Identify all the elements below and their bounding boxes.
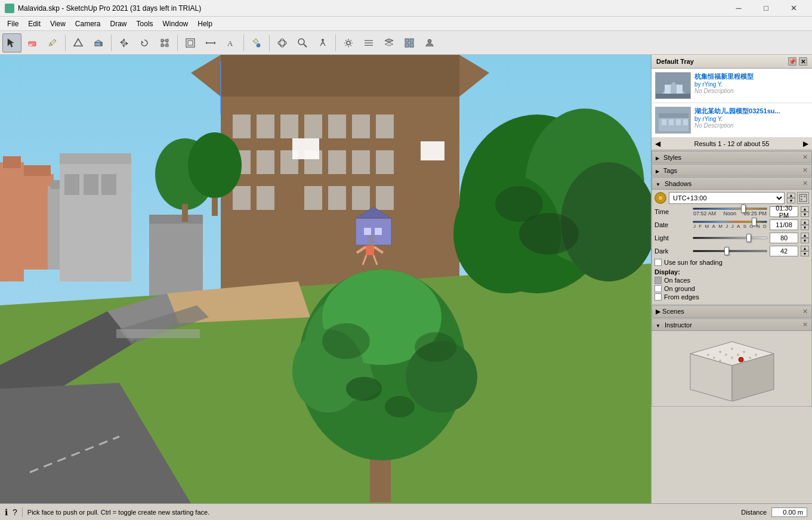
tags-close-button[interactable]: ✕ (802, 166, 808, 174)
light-slider-thumb[interactable] (746, 234, 751, 242)
svg-rect-43 (221, 55, 459, 97)
svg-rect-113 (116, 329, 200, 338)
instructor-3d-box (675, 336, 789, 401)
tool-walk[interactable] (313, 33, 332, 52)
on-ground-checkbox[interactable] (654, 285, 662, 292)
on-faces-checkbox[interactable] (654, 277, 662, 284)
tool-orbit[interactable] (273, 33, 292, 52)
date-up-button[interactable]: ▲ (801, 219, 809, 225)
dark-value[interactable]: 42 (770, 246, 798, 256)
tool-user[interactable] (420, 33, 439, 52)
shadows-toggle-button[interactable] (797, 192, 809, 204)
dark-up-button[interactable]: ▲ (801, 246, 809, 251)
tool-settings[interactable] (339, 33, 358, 52)
light-down-button[interactable]: ▼ (801, 238, 809, 243)
svg-rect-59 (257, 186, 274, 210)
dark-slider-track[interactable] (693, 250, 767, 252)
dark-slider-thumb[interactable] (724, 247, 729, 255)
svg-point-140 (755, 354, 757, 356)
tool-components[interactable] (400, 33, 419, 52)
svg-marker-28 (385, 42, 393, 46)
svg-rect-60 (304, 186, 322, 210)
menu-tools[interactable]: Tools (132, 17, 158, 30)
dark-down-button[interactable]: ▼ (801, 251, 809, 256)
date-j2: J (725, 224, 728, 229)
svg-rect-107 (364, 228, 371, 235)
menu-window[interactable]: Window (158, 17, 193, 30)
svg-rect-67 (60, 153, 131, 164)
app-icon (5, 4, 14, 13)
scenes-close-button[interactable]: ✕ (802, 308, 808, 315)
date-slider-thumb[interactable] (752, 218, 757, 226)
tool-scale[interactable] (155, 33, 174, 52)
tool-eraser[interactable] (23, 33, 42, 52)
close-button[interactable]: ✕ (780, 0, 807, 17)
shadows-section-header[interactable]: ▼ Shadows ✕ (652, 177, 812, 190)
instructor-section-header[interactable]: ▼ Instructor ✕ (652, 318, 812, 331)
time-value[interactable]: 01:30 PM (770, 206, 798, 217)
menu-draw[interactable]: Draw (106, 17, 132, 30)
model-title-2[interactable]: 湖北某幼儿,园模型03251su... (694, 107, 808, 116)
time-slider-track[interactable] (693, 208, 767, 210)
tool-sections[interactable] (359, 33, 378, 52)
tool-text[interactable]: A (221, 33, 240, 52)
tool-select[interactable] (2, 33, 21, 52)
tool-paint[interactable] (247, 33, 266, 52)
maximize-button[interactable]: □ (752, 0, 780, 17)
distance-value[interactable]: 0.00 m (771, 507, 807, 517)
date-slider-track[interactable] (693, 221, 767, 223)
panel-pin-button[interactable]: 📌 (788, 57, 796, 66)
tool-pencil[interactable] (43, 33, 62, 52)
svg-point-94 (495, 186, 543, 222)
next-results-button[interactable]: ▶ (803, 140, 808, 148)
tool-move[interactable] (115, 33, 134, 52)
timezone-down-button[interactable]: ▼ (787, 198, 795, 203)
tool-offset[interactable] (181, 33, 200, 52)
time-slider-thumb[interactable] (741, 205, 746, 213)
tool-zoom[interactable] (293, 33, 312, 52)
timezone-select[interactable]: UTC+13:00 UTC+00:00 UTC-05:00 (669, 192, 785, 204)
svg-point-138 (731, 348, 733, 350)
minimize-button[interactable]: ─ (725, 0, 752, 17)
model-thumb-1 (655, 72, 691, 99)
instructor-close-button[interactable]: ✕ (802, 321, 808, 329)
model-item-2[interactable]: 湖北某幼儿,园模型03251su... by rYing Y. No Descr… (652, 103, 812, 138)
time-up-button[interactable]: ▲ (801, 206, 809, 212)
shadows-close-button[interactable]: ✕ (802, 179, 808, 187)
scenes-section-header[interactable]: ▶ Scenes ✕ (652, 305, 812, 318)
menu-help[interactable]: Help (193, 17, 217, 30)
tool-shape[interactable] (69, 33, 88, 52)
svg-rect-134 (801, 199, 802, 200)
timezone-up-button[interactable]: ▲ (787, 193, 795, 198)
menu-edit[interactable]: Edit (23, 17, 45, 30)
light-value[interactable]: 80 (770, 233, 798, 243)
viewport[interactable] (0, 55, 651, 503)
light-spinner: ▲ ▼ (801, 233, 809, 243)
tool-rotate[interactable] (135, 33, 154, 52)
menu-camera[interactable]: Camera (70, 17, 106, 30)
panel-close-button[interactable]: ✕ (799, 57, 807, 66)
prev-results-button[interactable]: ◀ (655, 140, 660, 148)
light-slider-track[interactable] (693, 237, 767, 239)
menu-file[interactable]: File (2, 17, 23, 30)
svg-rect-70 (101, 174, 116, 195)
tool-push-pull[interactable] (89, 33, 108, 52)
date-down-button[interactable]: ▼ (801, 225, 809, 230)
model-item-1[interactable]: 杭集恒福新里程模型 by rYing Y. No Description (652, 69, 812, 103)
tool-layers[interactable] (379, 33, 399, 52)
menu-view[interactable]: View (45, 17, 70, 30)
light-up-button[interactable]: ▲ (801, 233, 809, 238)
styles-close-button[interactable]: ✕ (802, 153, 808, 161)
model-info-1: 杭集恒福新里程模型 by rYing Y. No Description (694, 72, 808, 99)
time-down-button[interactable]: ▼ (801, 212, 809, 217)
styles-section-header[interactable]: ▶ Styles ✕ (652, 151, 812, 163)
tags-section-header[interactable]: ▶ Tags ✕ (652, 164, 812, 177)
from-edges-checkbox[interactable] (654, 293, 662, 301)
svg-rect-117 (665, 85, 671, 94)
date-value[interactable]: 11/08 (770, 219, 798, 230)
use-sun-checkbox[interactable] (654, 259, 662, 266)
time-mid-label: Noon (723, 211, 736, 216)
panel-header-icons: 📌 ✕ (788, 57, 807, 66)
tool-tape[interactable] (201, 33, 220, 52)
model-title-1[interactable]: 杭集恒福新里程模型 (694, 72, 808, 81)
